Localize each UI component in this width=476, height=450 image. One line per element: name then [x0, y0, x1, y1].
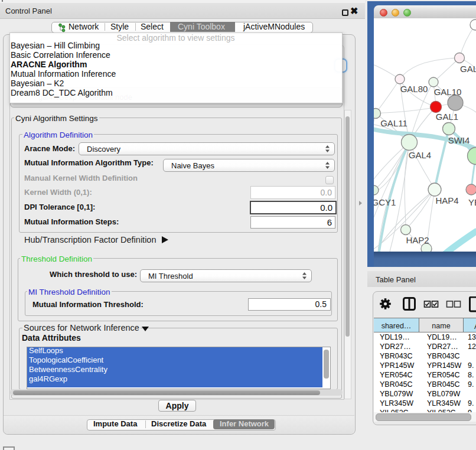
svg-text:GAL1: GAL1	[436, 112, 458, 122]
svg-text:GAL7: GAL7	[460, 64, 476, 74]
svg-text:HAP2: HAP2	[406, 235, 429, 245]
svg-text:YE: YE	[468, 197, 476, 207]
svg-text:GAL11: GAL11	[380, 118, 407, 128]
svg-text:HAP4: HAP4	[435, 195, 458, 206]
svg-text:SWI4: SWI4	[448, 135, 470, 145]
svg-text:GAL4: GAL4	[409, 150, 431, 160]
svg-text:GCY1: GCY1	[374, 197, 396, 207]
svg-text:GAL80: GAL80	[400, 84, 428, 94]
svg-text:GAL10: GAL10	[434, 87, 462, 97]
